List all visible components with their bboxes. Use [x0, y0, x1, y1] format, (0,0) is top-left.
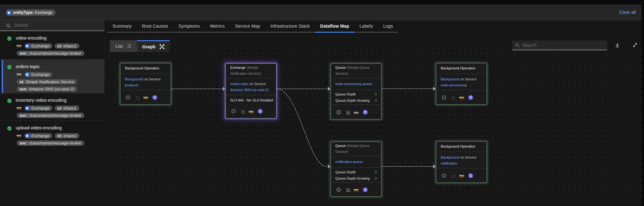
svg-text:aws: aws: [17, 44, 22, 47]
svg-text:aws: aws: [17, 73, 22, 75]
svg-text:aws: aws: [459, 96, 464, 99]
svg-text:aws: aws: [249, 110, 254, 112]
svg-text:aws: aws: [354, 188, 359, 191]
svg-text:aws: aws: [354, 111, 359, 113]
svg-text:aws: aws: [17, 134, 22, 137]
svg-text:aws: aws: [17, 106, 22, 109]
svg-text:aws: aws: [143, 96, 148, 99]
svg-text:aws: aws: [459, 174, 464, 177]
